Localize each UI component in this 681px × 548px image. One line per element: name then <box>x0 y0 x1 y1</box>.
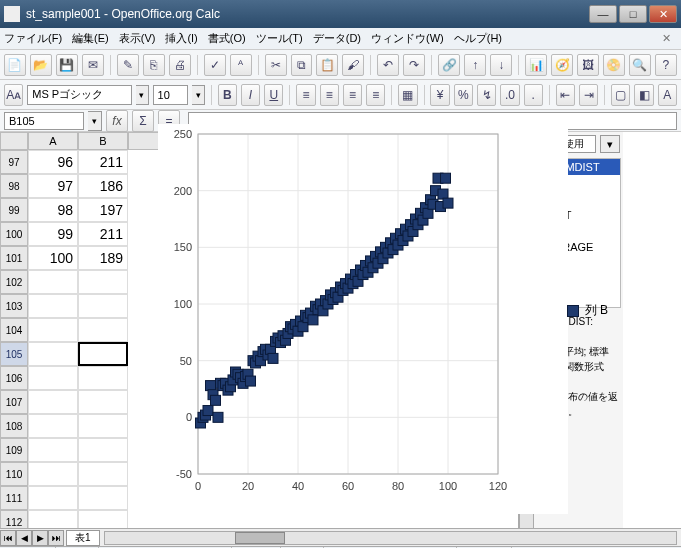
merge-button[interactable]: ▦ <box>398 84 417 106</box>
sum-button[interactable]: Σ <box>132 110 154 132</box>
autospell-button[interactable]: ᴬ <box>230 54 252 76</box>
cell[interactable]: 211 <box>78 150 128 174</box>
row-header[interactable]: 112 <box>0 510 28 528</box>
row-header[interactable]: 97 <box>0 150 28 174</box>
col-header-a[interactable]: A <box>28 132 78 150</box>
row-header[interactable]: 102 <box>0 270 28 294</box>
align-left-button[interactable]: ≡ <box>296 84 315 106</box>
row-header[interactable]: 98 <box>0 174 28 198</box>
select-all-corner[interactable] <box>0 132 28 150</box>
cell[interactable]: 97 <box>28 174 78 198</box>
cell[interactable]: 197 <box>78 198 128 222</box>
menu-help[interactable]: ヘルプ(H) <box>454 31 502 46</box>
align-justify-button[interactable]: ≡ <box>366 84 385 106</box>
menu-format[interactable]: 書式(O) <box>208 31 246 46</box>
chart-button[interactable]: 📊 <box>525 54 547 76</box>
email-button[interactable]: ✉ <box>82 54 104 76</box>
font-name-dropdown[interactable]: ▾ <box>136 85 148 105</box>
standard-format-button[interactable]: ↯ <box>477 84 496 106</box>
cell[interactable] <box>78 366 128 390</box>
menu-view[interactable]: 表示(V) <box>119 31 156 46</box>
menu-insert[interactable]: 挿入(I) <box>165 31 197 46</box>
fontcolor-button[interactable]: A <box>658 84 677 106</box>
minimize-button[interactable]: — <box>589 5 617 23</box>
cell[interactable] <box>78 462 128 486</box>
tab-next-button[interactable]: ▶ <box>32 530 48 546</box>
menu-tools[interactable]: ツール(T) <box>256 31 303 46</box>
gallery-button[interactable]: 🖼 <box>577 54 599 76</box>
add-decimal-button[interactable]: .0 <box>500 84 519 106</box>
maximize-button[interactable]: □ <box>619 5 647 23</box>
tab-last-button[interactable]: ⏭ <box>48 530 64 546</box>
cell[interactable] <box>78 414 128 438</box>
cell[interactable] <box>28 270 78 294</box>
percent-button[interactable]: % <box>454 84 473 106</box>
cell[interactable] <box>28 318 78 342</box>
name-box[interactable]: B105 <box>4 112 84 130</box>
styles-button[interactable]: Aᴀ <box>4 84 23 106</box>
hyperlink-button[interactable]: 🔗 <box>438 54 460 76</box>
horizontal-scrollbar[interactable] <box>104 531 677 545</box>
cell[interactable] <box>78 438 128 462</box>
cell[interactable] <box>28 462 78 486</box>
open-button[interactable]: 📂 <box>30 54 52 76</box>
spellcheck-button[interactable]: ✓ <box>204 54 226 76</box>
close-button[interactable]: ✕ <box>649 5 677 23</box>
sheet-tab[interactable]: 表1 <box>66 530 100 546</box>
row-header[interactable]: 105 <box>0 342 28 366</box>
borders-button[interactable]: ▢ <box>611 84 630 106</box>
navigator-button[interactable]: 🧭 <box>551 54 573 76</box>
sort-asc-button[interactable]: ↑ <box>464 54 486 76</box>
redo-button[interactable]: ↷ <box>403 54 425 76</box>
cell[interactable] <box>78 270 128 294</box>
row-header[interactable]: 107 <box>0 390 28 414</box>
cell[interactable] <box>28 414 78 438</box>
cell[interactable]: 99 <box>28 222 78 246</box>
new-button[interactable]: 📄 <box>4 54 26 76</box>
menu-file[interactable]: ファイル(F) <box>4 31 62 46</box>
menu-edit[interactable]: 編集(E) <box>72 31 109 46</box>
font-name-input[interactable]: MS Pゴシック <box>27 85 132 105</box>
cell[interactable] <box>78 486 128 510</box>
name-box-dropdown[interactable]: ▾ <box>88 111 102 131</box>
undo-button[interactable]: ↶ <box>377 54 399 76</box>
row-header[interactable]: 110 <box>0 462 28 486</box>
cell[interactable] <box>28 366 78 390</box>
row-header[interactable]: 108 <box>0 414 28 438</box>
cell[interactable] <box>78 510 128 528</box>
print-button[interactable]: 🖨 <box>169 54 191 76</box>
italic-button[interactable]: I <box>241 84 260 106</box>
row-header[interactable]: 109 <box>0 438 28 462</box>
row-header[interactable]: 104 <box>0 318 28 342</box>
increase-indent-button[interactable]: ⇥ <box>579 84 598 106</box>
cell[interactable]: 98 <box>28 198 78 222</box>
cell[interactable]: 100 <box>28 246 78 270</box>
font-size-dropdown[interactable]: ▾ <box>192 85 204 105</box>
format-paint-button[interactable]: 🖌 <box>342 54 364 76</box>
font-size-input[interactable]: 10 <box>153 85 189 105</box>
cell[interactable] <box>78 390 128 414</box>
cut-button[interactable]: ✂ <box>265 54 287 76</box>
edit-button[interactable]: ✎ <box>117 54 139 76</box>
currency-button[interactable]: ¥ <box>430 84 449 106</box>
cell[interactable] <box>28 390 78 414</box>
bold-button[interactable]: B <box>218 84 237 106</box>
menu-data[interactable]: データ(D) <box>313 31 361 46</box>
help-button[interactable]: ? <box>655 54 677 76</box>
cell[interactable]: 189 <box>78 246 128 270</box>
tab-first-button[interactable]: ⏮ <box>0 530 16 546</box>
datasource-button[interactable]: 📀 <box>603 54 625 76</box>
zoom-button[interactable]: 🔍 <box>629 54 651 76</box>
row-header[interactable]: 101 <box>0 246 28 270</box>
paste-button[interactable]: 📋 <box>316 54 338 76</box>
cell[interactable] <box>78 318 128 342</box>
row-header[interactable]: 99 <box>0 198 28 222</box>
cell[interactable] <box>28 510 78 528</box>
cell[interactable] <box>28 342 78 366</box>
cell[interactable] <box>28 294 78 318</box>
underline-button[interactable]: U <box>264 84 283 106</box>
remove-decimal-button[interactable]: . <box>524 84 543 106</box>
cell[interactable] <box>78 294 128 318</box>
scatter-chart[interactable]: -50050100150200250020406080100120 列 B <box>158 124 568 514</box>
pdf-button[interactable]: ⎘ <box>143 54 165 76</box>
